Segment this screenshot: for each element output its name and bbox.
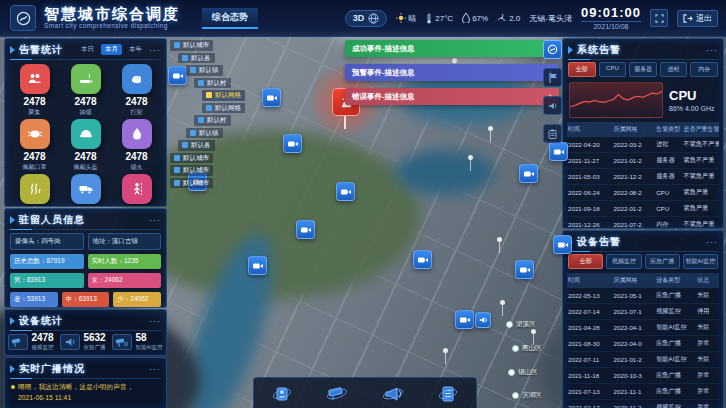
camera-marker-icon[interactable] <box>283 134 302 153</box>
intercom-tool-icon[interactable] <box>267 382 297 406</box>
alarm-stat-truck-cover[interactable]: 2478 渣土车顶盖 <box>60 174 111 207</box>
tree-item[interactable]: 默认县 <box>178 53 215 64</box>
table-row[interactable]: 2021-07-132021-11-1应急广播异常 <box>567 384 719 400</box>
system-monitor-tool[interactable] <box>543 40 562 59</box>
table-row[interactable]: 2022-07-142021-07-1视频监控停用 <box>567 304 719 320</box>
report-tool[interactable] <box>543 124 562 143</box>
table-row[interactable]: 2022-06-242022-08-2CPU紧急严重 <box>567 185 719 201</box>
table-row[interactable]: 2021-12-262021-07-2内存不紧急严重 <box>567 217 719 230</box>
wind-value: 2.0 <box>509 14 520 23</box>
tree-item[interactable]: 默认村 <box>194 115 231 126</box>
cctv-tool-icon[interactable] <box>322 382 352 406</box>
filter-tab-process[interactable]: 进程 <box>660 62 688 77</box>
tree-item[interactable]: 默认城市 <box>170 178 213 189</box>
tree-item-active[interactable]: 默认网格 <box>202 90 245 101</box>
tree-item[interactable]: 默认城市 <box>170 165 213 176</box>
address-label: 地址：溪口古镇 <box>88 233 162 250</box>
tree-item[interactable]: 默认网格 <box>202 103 245 114</box>
filter-tab-server[interactable]: 服务器 <box>629 62 657 77</box>
success-event-banner[interactable]: 成功事件-描述信息 › <box>345 40 559 57</box>
ai-camera-icon <box>112 334 132 350</box>
table-row[interactable]: 2022-02-172020-11-2视频监控异常 <box>567 400 719 408</box>
error-event-banner[interactable]: 错误事件-描述信息 › <box>345 88 559 105</box>
alarm-stat-fire-smoke[interactable]: 2478 烟火 <box>111 119 162 172</box>
alarm-stat-boundary-crossing[interactable]: 2478 人员越界告警 <box>111 174 162 207</box>
table-row[interactable]: 2021-04-282022-04-1智能AI监控失联 <box>567 320 719 336</box>
camera-marker-icon[interactable] <box>262 88 281 107</box>
camera-marker-icon[interactable] <box>553 235 572 254</box>
alarm-stat-smoking[interactable]: 2478 抽烟 <box>60 64 111 117</box>
filter-tab-ai[interactable]: 智能AI监控 <box>683 254 718 269</box>
more-menu-icon[interactable]: ··· <box>149 215 161 225</box>
table-row[interactable]: 2022-05-132021-05-1应急广播失联 <box>567 288 719 304</box>
table-row[interactable]: 2021-11-272021-01-2服务器紧急不严重 <box>567 153 719 169</box>
tree-item[interactable]: 默认村 <box>194 78 231 89</box>
tree-item[interactable]: 默认城市 <box>170 40 213 51</box>
audio-tool[interactable] <box>543 96 562 115</box>
flag-tool[interactable] <box>543 68 562 87</box>
tab-month[interactable]: 本月 <box>101 44 122 55</box>
tab-year[interactable]: 本年 <box>125 44 146 55</box>
banner-text: 预警事件-描述信息 <box>352 68 415 78</box>
device-stat-ai[interactable]: 58 智能AI监控 <box>112 333 162 351</box>
table-row[interactable]: 2021-09-182022-01-2CPU紧急严重 <box>567 201 719 217</box>
camera-marker-icon[interactable] <box>248 256 267 275</box>
speaker-marker-icon[interactable] <box>475 312 491 328</box>
map-mode-3d-toggle[interactable]: 3D <box>345 10 388 27</box>
server-tool-icon[interactable] <box>433 382 463 406</box>
filter-tab-all[interactable]: 全部 <box>568 254 603 269</box>
more-menu-icon[interactable]: ··· <box>149 45 161 55</box>
camera-marker-icon[interactable] <box>519 164 538 183</box>
tree-item[interactable]: 默认镇 <box>186 65 223 76</box>
flag-icon <box>548 73 558 83</box>
fullscreen-button[interactable] <box>650 9 668 27</box>
panel-title: 驻留人员信息 <box>19 213 85 227</box>
event-banners: 成功事件-描述信息 › 预警事件-描述信息 › 错误事件-描述信息 › <box>345 40 559 112</box>
more-menu-icon[interactable]: ··· <box>706 45 718 55</box>
megaphone-tool-icon[interactable] <box>378 382 408 406</box>
camera-marker-icon[interactable] <box>515 260 534 279</box>
alarm-stat-fighting[interactable]: 2478 打架 <box>111 64 162 117</box>
more-menu-icon[interactable]: ··· <box>149 364 161 374</box>
filter-tab-all[interactable]: 全部 <box>568 62 596 77</box>
tree-item[interactable]: 默认城市 <box>170 153 213 164</box>
alarm-stat-fire[interactable]: 2478 火灾 <box>9 174 60 207</box>
flame-icon <box>122 119 152 149</box>
filter-tab-cpu[interactable]: CPU <box>599 62 627 77</box>
table-row[interactable]: 2021-08-302022-04-0应急广播异常 <box>567 336 719 352</box>
alarm-stat-gathering[interactable]: 2478 聚集 <box>9 64 60 117</box>
table-header-row: 时间所属网格 设备类型状态 <box>567 273 719 288</box>
warning-event-banner[interactable]: 预警事件-描述信息 › <box>345 64 559 81</box>
table-row[interactable]: 2021-05-032021-12-2服务器不紧急严重 <box>567 169 719 185</box>
dashboard: 智慧城市综合调度 Smart city comprehensive dispat… <box>0 0 726 408</box>
camera-marker-icon[interactable] <box>413 250 432 269</box>
camera-marker-icon[interactable] <box>336 182 355 201</box>
alarm-stat-mask[interactable]: 2478 佩戴口罩 <box>9 119 60 172</box>
tree-item[interactable]: 默认县 <box>178 140 215 151</box>
table-row[interactable]: 2022-04-202022-03-2进程不紧急不严重 <box>567 137 719 153</box>
device-stat-video[interactable]: 2478 视频监控 <box>8 333 53 351</box>
camera-marker-icon[interactable] <box>549 142 568 161</box>
tab-day[interactable]: 本日 <box>77 44 98 55</box>
alarm-stat-helmet[interactable]: 2478 佩戴头盔 <box>60 119 111 172</box>
filter-tab-video[interactable]: 视频监控 <box>606 254 641 269</box>
camera-marker-icon[interactable] <box>296 220 315 239</box>
exit-button[interactable]: 退出 <box>677 10 718 27</box>
broadcast-log[interactable]: 喂喂，我这边清晰，这是小明的声音， 2021-06-15 11:41 <box>5 377 166 408</box>
filter-tab-memory[interactable]: 内存 <box>690 62 718 77</box>
camera-marker-icon[interactable] <box>455 310 474 329</box>
more-menu-icon[interactable]: ··· <box>706 237 718 247</box>
filter-tab-broadcast[interactable]: 应急广播 <box>645 254 680 269</box>
tab-comprehensive-situation[interactable]: 综合态势 <box>202 8 258 29</box>
poi-dot <box>488 126 493 131</box>
face-mask-icon <box>20 119 50 149</box>
tree-item[interactable]: 默认镇 <box>186 128 223 139</box>
table-row[interactable]: 2022-07-112021-01-2智能AI监控失联 <box>567 352 719 368</box>
table-row[interactable]: 2021-11-182020-10-3应急广播异常 <box>567 368 719 384</box>
camera-select[interactable]: 摄像头：四号岗 <box>10 233 84 250</box>
more-menu-icon[interactable]: ··· <box>149 316 161 326</box>
date-value: 2021/10/08 <box>581 21 641 30</box>
map-toolbar <box>253 377 477 408</box>
device-stat-broadcast[interactable]: 5632 应急广播 <box>60 333 105 351</box>
panel-arrow-icon <box>10 317 15 325</box>
